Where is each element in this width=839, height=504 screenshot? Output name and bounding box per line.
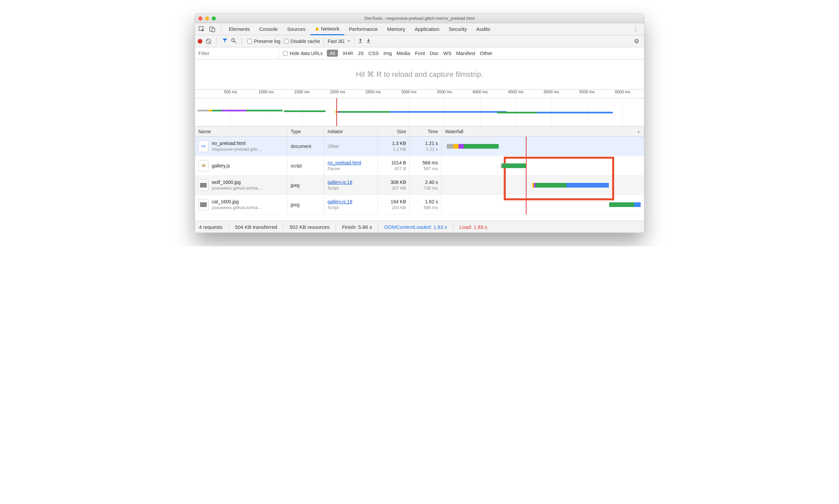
filter-type-media[interactable]: Media (397, 50, 410, 56)
tab-console[interactable]: Console (255, 23, 283, 35)
separator (283, 223, 284, 230)
tab-label: Audits (476, 26, 490, 32)
preserve-log-input[interactable] (247, 39, 252, 43)
col-header-time[interactable]: Time (410, 126, 442, 136)
tab-sources[interactable]: Sources (283, 23, 310, 35)
tab-performance[interactable]: Performance (344, 23, 382, 35)
file-type-icon: JS (198, 160, 209, 172)
request-size-sub: 827 B (395, 166, 406, 171)
filter-type-all[interactable]: All (327, 50, 338, 57)
col-header-waterfall[interactable]: Waterfall ▲ (442, 126, 644, 136)
separator (336, 223, 336, 230)
tab-network[interactable]: Network (310, 23, 344, 35)
filter-icon[interactable] (222, 38, 228, 44)
disable-cache-input[interactable] (284, 39, 289, 43)
tab-memory[interactable]: Memory (382, 23, 410, 35)
filter-type-other[interactable]: Other (480, 50, 493, 56)
overview-segment (198, 110, 209, 111)
hide-data-urls-checkbox[interactable]: Hide data URLs (283, 51, 323, 56)
network-table: Name Type Initiator Size Time Waterfall … (195, 126, 644, 221)
request-size-sub: 1.2 KB (393, 147, 406, 152)
col-header-initiator[interactable]: Initiator (324, 126, 378, 136)
svg-rect-6 (367, 42, 370, 43)
filter-type-img[interactable]: Img (383, 50, 392, 56)
initiator-text: Other (327, 144, 374, 149)
filter-type-manifest[interactable]: Manifest (456, 50, 475, 56)
tab-label: Security (449, 26, 467, 32)
window-maximize-button[interactable] (212, 16, 216, 20)
request-row[interactable]: <>no_preload.htmlresponsive-preload.glit… (195, 137, 644, 156)
initiator-link[interactable]: gallery.js:18 (327, 199, 374, 204)
timeline-overview[interactable]: 500 ms1000 ms1500 ms2000 ms2500 ms3000 m… (195, 90, 644, 126)
tab-security[interactable]: Security (444, 23, 471, 35)
download-har-icon[interactable] (366, 38, 371, 44)
waterfall-segment (536, 183, 566, 187)
overview-gridline (623, 98, 623, 126)
col-header-size[interactable]: Size (378, 126, 410, 136)
request-row[interactable]: cat_1600.jpgyoavweiss.github.io/ima…jpeg… (195, 195, 644, 214)
status-resources: 502 KB resources (290, 224, 329, 230)
filter-type-js[interactable]: JS (358, 50, 364, 56)
waterfall-segment (464, 144, 477, 149)
file-type-icon (198, 180, 209, 191)
upload-har-icon[interactable] (358, 38, 363, 44)
filter-type-font[interactable]: Font (415, 50, 425, 56)
request-type: jpeg (291, 182, 299, 188)
waterfall-cell[interactable] (445, 176, 641, 195)
preserve-log-checkbox[interactable]: Preserve log (247, 39, 281, 44)
separator (453, 223, 453, 230)
tab-elements[interactable]: Elements (224, 23, 255, 35)
tab-application[interactable]: Application (410, 23, 444, 35)
overview-tick: 1000 ms (258, 90, 274, 94)
more-menu-icon[interactable]: ⋮ (629, 25, 642, 33)
filter-type-doc[interactable]: Doc (430, 50, 439, 56)
filter-type-css[interactable]: CSS (369, 50, 379, 56)
request-type: jpeg (291, 202, 299, 208)
status-dcl: DOMContentLoaded: 1.83 s (384, 224, 447, 230)
request-type: script (291, 163, 302, 168)
initiator-link[interactable]: gallery.js:18 (327, 180, 374, 185)
overview-gridline (266, 98, 266, 126)
search-icon[interactable] (231, 38, 236, 44)
table-header: Name Type Initiator Size Time Waterfall … (195, 126, 644, 137)
overview-tick: 1500 ms (294, 90, 310, 94)
svg-rect-5 (359, 42, 362, 43)
overview-tick: 2500 ms (365, 90, 381, 94)
col-header-type[interactable]: Type (287, 126, 324, 136)
col-header-name[interactable]: Name (195, 126, 287, 136)
inspect-element-icon[interactable] (197, 24, 207, 34)
overview-gridline (231, 98, 231, 126)
waterfall-cell[interactable] (445, 156, 641, 175)
status-requests: 4 requests (199, 224, 222, 230)
device-toggle-icon[interactable] (208, 24, 217, 34)
sort-indicator-icon: ▲ (637, 129, 640, 133)
record-button[interactable] (198, 39, 202, 43)
waterfall-cell[interactable] (445, 137, 641, 156)
request-row[interactable]: JSgallery.jsscriptno_preload.htmlParser1… (195, 156, 644, 176)
clear-button[interactable] (206, 39, 211, 44)
filter-input[interactable] (195, 48, 279, 59)
request-row[interactable]: wolf_1600.jpgyoavweiss.github.io/ima…jpe… (195, 176, 644, 195)
tab-label: Console (260, 26, 278, 32)
filter-type-xhr[interactable]: XHR (343, 50, 353, 56)
overview-tick: 4500 ms (508, 90, 523, 94)
hide-data-urls-input[interactable] (283, 51, 288, 56)
waterfall-cell[interactable] (445, 195, 641, 214)
request-time: 1.21 s (425, 141, 438, 146)
request-name: cat_1600.jpg (212, 199, 284, 204)
window-close-button[interactable] (198, 16, 202, 20)
filter-type-ws[interactable]: WS (443, 50, 451, 56)
devtools-window: DevTools - responsive-preload.glitch.me/… (195, 14, 644, 233)
request-host: yoavweiss.github.io/ima… (212, 185, 284, 191)
settings-icon[interactable]: ⚙ (634, 38, 641, 45)
disable-cache-checkbox[interactable]: Disable cache (284, 39, 320, 44)
separator (242, 38, 242, 45)
tab-audits[interactable]: Audits (471, 23, 495, 35)
initiator-link[interactable]: no_preload.html (327, 160, 374, 165)
waterfall-segment (634, 202, 641, 207)
window-minimize-button[interactable] (205, 16, 209, 20)
initiator-sub: Script (327, 205, 374, 210)
waterfall-segment (477, 144, 499, 149)
overview-load-marker (336, 98, 337, 126)
throttling-select[interactable]: Fast 3G ▼ (323, 37, 355, 45)
